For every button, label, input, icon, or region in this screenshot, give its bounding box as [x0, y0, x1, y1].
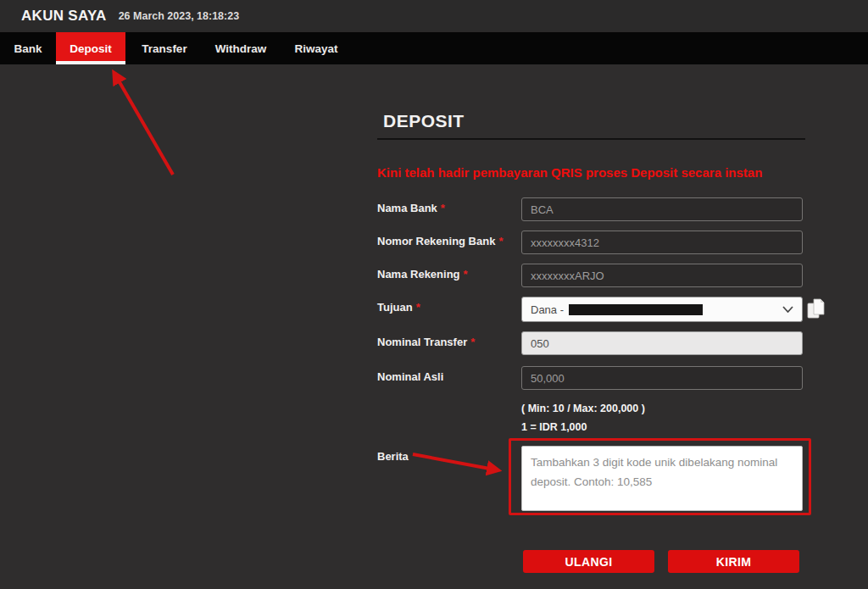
field-row-nominal-asli: Nominal Asli: [377, 366, 810, 390]
tab-transfer[interactable]: Transfer: [125, 32, 203, 64]
nomor-rekening-input[interactable]: [521, 231, 803, 254]
rate-hint: 1 = IDR 1,000: [521, 421, 810, 433]
berita-textarea[interactable]: [521, 446, 803, 511]
form-actions: ULANGI KIRIM: [523, 550, 799, 573]
tab-riwayat[interactable]: Riwayat: [278, 32, 354, 64]
main-nav: Bank Deposit Transfer Withdraw Riwayat: [0, 32, 868, 64]
arrow-to-deposit-tab: [116, 76, 173, 175]
nama-rekening-input[interactable]: [521, 264, 803, 287]
nomor-rekening-label: Nomor Rekening Bank*: [377, 231, 521, 254]
required-mark: *: [498, 235, 503, 247]
nama-bank-input[interactable]: [521, 197, 803, 221]
min-max-hint: ( Min: 10 / Max: 200,000 ): [521, 403, 810, 414]
field-row-berita: Berita: [377, 446, 810, 514]
nama-bank-label: Nama Bank*: [377, 197, 521, 221]
nominal-asli-label: Nominal Asli: [377, 366, 521, 390]
tujuan-selected-value: Dana -: [531, 303, 564, 316]
header-datetime: 26 March 2023, 18:18:23: [119, 10, 239, 22]
nominal-transfer-input[interactable]: [521, 331, 803, 355]
kirim-button[interactable]: KIRIM: [668, 550, 799, 573]
top-header: AKUN SAYA 26 March 2023, 18:18:23: [0, 0, 868, 32]
required-mark: *: [470, 336, 475, 348]
brand-title: AKUN SAYA: [21, 8, 107, 25]
deposit-page: AKUN SAYA 26 March 2023, 18:18:23 Bank D…: [0, 0, 868, 589]
tujuan-select[interactable]: Dana -: [521, 297, 803, 322]
nominal-asli-input[interactable]: [521, 366, 803, 390]
nama-rekening-label: Nama Rekening*: [377, 264, 521, 287]
deposit-form: Nama Bank* Nomor Rekening Bank* Nama Rek…: [377, 197, 810, 524]
tujuan-label: Tujuan*: [377, 297, 521, 322]
copy-icon[interactable]: [806, 297, 828, 320]
page-title: DEPOSIT: [377, 111, 805, 131]
chevron-down-icon: [782, 306, 793, 313]
tab-deposit[interactable]: Deposit: [56, 32, 125, 64]
tab-bank[interactable]: Bank: [0, 32, 56, 64]
required-mark: *: [416, 301, 420, 314]
ulangi-button[interactable]: ULANGI: [523, 550, 654, 573]
tab-withdraw[interactable]: Withdraw: [203, 32, 278, 64]
field-row-nomor-rekening: Nomor Rekening Bank*: [377, 231, 810, 254]
field-row-tujuan: Tujuan* Dana -: [377, 297, 810, 322]
field-row-nominal-transfer: Nominal Transfer*: [377, 331, 810, 355]
title-divider: [377, 138, 805, 140]
field-row-nama-bank: Nama Bank*: [377, 197, 810, 221]
required-mark: *: [441, 202, 445, 214]
nominal-transfer-label: Nominal Transfer*: [377, 331, 521, 355]
required-mark: *: [464, 268, 468, 281]
berita-label: Berita: [377, 446, 521, 514]
field-row-nama-rekening: Nama Rekening*: [377, 264, 810, 287]
promo-text: Kini telah hadir pembayaran QRIS proses …: [377, 165, 818, 180]
redaction-bar: [569, 304, 703, 315]
amount-hints: ( Min: 10 / Max: 200,000 ) 1 = IDR 1,000: [521, 403, 810, 433]
